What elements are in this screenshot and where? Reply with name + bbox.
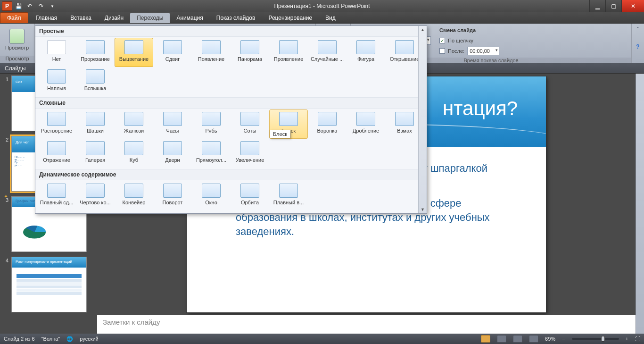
zoom-out-button[interactable]: − <box>562 336 565 342</box>
transition-rotate[interactable]: Поворот <box>153 181 192 210</box>
transition-flash[interactable]: Вспышка <box>76 67 115 96</box>
notes-pane[interactable]: Заметки к слайду <box>97 315 636 334</box>
on-click-checkbox[interactable]: ✓ <box>439 38 445 43</box>
transition-pan-label: Плавный сд... <box>40 200 74 205</box>
transition-cover-label: Наплыв <box>47 85 66 91</box>
transition-flip-icon <box>47 141 66 155</box>
minimize-button[interactable]: ▁ <box>589 0 605 12</box>
transition-shred[interactable]: Дробление <box>347 109 385 139</box>
redo-icon[interactable]: ↷ <box>36 1 46 11</box>
tab-slideshow[interactable]: Показ слайдов <box>210 13 262 23</box>
view-sorter-button[interactable] <box>497 335 506 343</box>
undo-icon[interactable]: ↶ <box>25 1 35 11</box>
transition-box-icon <box>202 141 221 155</box>
zoom-percent[interactable]: 69% <box>545 336 555 342</box>
transition-pan[interactable]: Плавный сд... <box>37 181 76 210</box>
gallery-scrollbar[interactable]: ▲ ▼ <box>418 26 427 213</box>
transition-flash-label: Вспышка <box>84 85 107 91</box>
view-reading-button[interactable] <box>513 335 522 343</box>
tab-insert[interactable]: Вставка <box>64 13 98 23</box>
transition-cut[interactable]: Прорезание <box>76 38 115 67</box>
thumb-4-row[interactable]: 4 Рост популярности презентаций <box>3 257 94 312</box>
after-checkbox[interactable] <box>439 48 445 54</box>
transition-shape[interactable]: Фигура <box>347 38 385 67</box>
preview-label: Просмотр <box>5 45 29 50</box>
titlebar: P 💾 ↶ ↷ ▼ Презентация1 - Microsoft Power… <box>0 0 644 12</box>
transition-wipe[interactable]: Появление <box>192 38 231 67</box>
transition-gallery[interactable]: Галерея <box>76 139 115 168</box>
thumb-2-num: 2 <box>3 136 8 192</box>
status-language[interactable]: русский <box>80 336 98 342</box>
transition-cover-icon <box>47 69 66 84</box>
transition-split[interactable]: Панорама <box>231 38 269 67</box>
transition-zoom[interactable]: Увеличение <box>231 139 269 168</box>
tab-animations[interactable]: Анимация <box>170 13 209 23</box>
transition-clock-label: Часы <box>166 128 179 134</box>
transition-reveal[interactable]: Проявление <box>269 38 308 67</box>
tab-home[interactable]: Главная <box>29 13 64 23</box>
transition-shape-label: Фигура <box>357 56 374 62</box>
transition-random-bars[interactable]: Случайные ... <box>308 38 347 67</box>
transition-conveyor[interactable]: Конвейер <box>115 181 153 210</box>
transition-orbit[interactable]: Орбита <box>231 181 269 210</box>
transition-honeycomb[interactable]: Соты <box>231 109 269 139</box>
transition-ferris[interactable]: Чертово ко... <box>76 181 115 210</box>
gallery-cat-complex: Сложные <box>35 97 427 109</box>
tab-transitions[interactable]: Переходы <box>130 13 170 23</box>
transition-flip[interactable]: Отражение <box>37 139 76 168</box>
preview-button[interactable]: Просмотр <box>3 25 31 55</box>
app-icon[interactable]: P <box>2 1 12 11</box>
transition-push-label: Сдвиг <box>165 56 180 62</box>
ribbon-help-icon[interactable]: ? <box>636 43 639 50</box>
zoom-slider[interactable] <box>572 338 619 340</box>
transition-flythrough[interactable]: Плавный в... <box>269 181 308 210</box>
maximize-button[interactable]: ▢ <box>605 0 621 12</box>
zoom-in-button[interactable]: + <box>626 336 628 342</box>
view-normal-button[interactable] <box>481 335 490 343</box>
window-controls: ▁ ▢ ✕ <box>589 0 644 12</box>
tab-design[interactable]: Дизайн <box>98 13 130 23</box>
gallery-cat-simple: Простые <box>35 26 427 37</box>
ribbon-minimize-icon[interactable]: ˇ <box>637 26 639 33</box>
transition-pan-icon <box>47 184 66 198</box>
transition-push[interactable]: Сдвиг <box>153 38 192 67</box>
window-title: Презентация1 - Microsoft PowerPoint <box>0 3 644 9</box>
thumb-3-chart-icon <box>20 219 49 241</box>
transition-wipe-label: Появление <box>198 56 224 62</box>
transition-blinds-icon <box>124 112 143 126</box>
tab-review[interactable]: Рецензирование <box>262 13 319 23</box>
transition-box[interactable]: Прямоугол... <box>192 139 231 168</box>
transition-dissolve-icon <box>47 112 66 126</box>
transition-glitter[interactable]: БлескБлеск <box>269 109 308 139</box>
tab-file[interactable]: Файл <box>0 12 28 23</box>
transition-blinds[interactable]: Жалюзи <box>115 109 153 139</box>
transition-checker[interactable]: Шашки <box>76 109 115 139</box>
transition-honeycomb-icon <box>240 112 259 126</box>
transition-random-bars-icon <box>318 40 337 54</box>
transition-dissolve[interactable]: Растворение <box>37 109 76 139</box>
tab-view[interactable]: Вид <box>319 13 342 23</box>
vertical-scrollbar[interactable] <box>636 74 644 334</box>
qat-customize-icon[interactable]: ▼ <box>47 1 58 11</box>
fit-to-window-button[interactable]: ⛶ <box>635 336 640 342</box>
transition-doors[interactable]: Двери <box>153 139 192 168</box>
save-icon[interactable]: 💾 <box>13 1 24 11</box>
close-button[interactable]: ✕ <box>621 0 644 12</box>
transition-cover[interactable]: Наплыв <box>37 67 76 96</box>
language-icon[interactable]: 🌐 <box>66 336 73 342</box>
transition-fade[interactable]: Выцветание <box>115 38 153 67</box>
view-slideshow-button[interactable] <box>529 335 538 343</box>
thumb-1-num: 1 <box>3 76 8 131</box>
transition-none[interactable]: Нет <box>37 38 76 67</box>
gallery-scroll-down-icon[interactable]: ▼ <box>419 206 427 213</box>
transition-window[interactable]: Окно <box>192 181 231 210</box>
transition-window-label: Окно <box>205 200 217 205</box>
transition-zoom-label: Увеличение <box>236 157 264 163</box>
after-spinner[interactable]: 00:00,00 <box>467 47 499 55</box>
transition-clock[interactable]: Часы <box>153 109 192 139</box>
transition-cube[interactable]: Куб <box>115 139 153 168</box>
transition-ripple[interactable]: Рябь <box>192 109 231 139</box>
gallery-scroll-up-icon[interactable]: ▲ <box>419 26 427 34</box>
thumb-4[interactable]: Рост популярности презентаций <box>11 257 87 312</box>
transition-vortex[interactable]: Воронка <box>308 109 347 139</box>
